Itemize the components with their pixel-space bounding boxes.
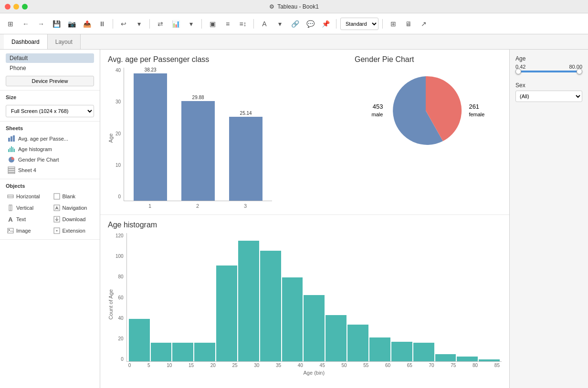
forward-button[interactable]: → [34, 17, 48, 31]
app-icon: ⚙ [269, 3, 274, 10]
object-text[interactable]: A Text [6, 214, 48, 224]
object-extension[interactable]: Extension [52, 226, 94, 235]
hist-y-label-container: Count of Age [108, 233, 114, 376]
filter-button[interactable]: ≡↕ [236, 17, 250, 31]
extract-button[interactable]: 📤 [80, 17, 94, 31]
hbar-65 [413, 343, 434, 361]
object-download[interactable]: Download [52, 214, 94, 224]
hbar-70 [435, 354, 456, 361]
undo-button[interactable]: ↩ [117, 17, 130, 31]
svg-rect-15 [54, 194, 60, 199]
hbar-50 [347, 325, 368, 361]
sheet-item-4[interactable]: Sheet 4 [6, 165, 94, 175]
tab-layout[interactable]: Layout [48, 34, 81, 49]
view-button[interactable]: ≡ [221, 17, 234, 31]
size-dropdown[interactable]: Full Screen (1024 x 768) [6, 105, 94, 117]
bar-chart-body: 38.23 29.88 25.14 [124, 68, 272, 209]
color-button[interactable]: A [258, 17, 271, 31]
objects-title: Objects [6, 183, 94, 189]
pause-button[interactable]: ⏸ [95, 17, 109, 31]
swap-button[interactable]: ⇄ [154, 17, 167, 31]
hbar-20 [216, 265, 237, 361]
hbar-45 [326, 315, 346, 361]
object-horizontal[interactable]: Horizontal [6, 192, 48, 201]
object-navigation[interactable]: Navigation [52, 203, 94, 213]
svg-rect-5 [11, 146, 12, 152]
separator-5 [336, 19, 336, 29]
histogram-section: Age histogram Count of Age 0 20 40 60 80… [100, 215, 509, 381]
svg-rect-4 [10, 148, 10, 152]
dashboard-size-button[interactable]: ⊞ [387, 17, 400, 31]
y-axis-label: Age [108, 133, 114, 143]
device-list: Default Phone [6, 53, 94, 73]
vertical-icon [7, 204, 14, 212]
hbar-0 [129, 319, 150, 361]
hbar-5 [151, 343, 172, 361]
standard-dropdown[interactable]: Standard [340, 18, 378, 30]
navigation-icon [53, 204, 61, 212]
slider-thumb-left[interactable] [515, 69, 521, 74]
x-label-3: 3 [229, 203, 262, 209]
minimize-button[interactable] [13, 4, 19, 10]
capture-button[interactable]: 📷 [65, 17, 78, 31]
sheet-label: Avg. age per Passe... [18, 136, 68, 142]
present-button[interactable]: 🖥 [402, 17, 415, 31]
title-text: Tableau - Book1 [277, 3, 319, 10]
sex-dropdown[interactable]: (All) male female [515, 91, 582, 102]
svg-rect-6 [12, 147, 13, 152]
pin-button[interactable]: 📌 [319, 17, 332, 31]
sheet-label-2: Age histogram [18, 146, 52, 152]
object-image[interactable]: Image [6, 226, 48, 235]
color-dropdown[interactable]: ▾ [273, 17, 286, 31]
pie-chart-title: Gender Pie Chart [355, 55, 502, 64]
hbar-80 [479, 359, 500, 361]
histogram-wrapper: Count of Age 0 20 40 60 80 100 120 [108, 233, 502, 376]
home-button[interactable]: ⊞ [4, 17, 17, 31]
object-blank[interactable]: Blank [52, 192, 94, 201]
sheet-label-4: Sheet 4 [18, 167, 36, 173]
hist-body: 0 5 10 15 20 25 30 35 40 45 50 55 60 65 [126, 233, 502, 376]
share-button[interactable]: ↗ [417, 17, 430, 31]
chart-type-dropdown[interactable]: ▾ [184, 17, 198, 31]
sheet-item-histogram[interactable]: Age histogram [6, 144, 94, 154]
hist-y-label: Count of Age [108, 289, 114, 320]
maximize-button[interactable] [22, 4, 28, 10]
tab-dashboard[interactable]: Dashboard [4, 34, 48, 49]
device-preview-button[interactable]: Device Preview [6, 76, 94, 86]
hist-x-label: Age (bin) [126, 370, 502, 376]
select-button[interactable]: ▣ [206, 17, 219, 31]
slider-thumb-right[interactable] [577, 69, 582, 74]
blank-icon [53, 193, 61, 200]
save-button[interactable]: 💾 [50, 17, 63, 31]
age-slider[interactable] [515, 71, 582, 76]
image-icon [7, 227, 14, 235]
object-vertical[interactable]: Vertical [6, 203, 48, 213]
hbar-15 [194, 343, 215, 361]
objects-grid: Horizontal Blank Vertical [6, 192, 94, 235]
undo-dropdown[interactable]: ▾ [132, 17, 146, 31]
tabbar: Dashboard Layout [0, 34, 588, 50]
device-default[interactable]: Default [6, 53, 94, 63]
bar-value-1: 38.23 [145, 67, 157, 72]
tooltip-button[interactable]: 💬 [304, 17, 317, 31]
y-axis-label-container: Age [108, 68, 114, 209]
chart-type-button[interactable]: 📊 [169, 17, 182, 31]
sheet-item-pie[interactable]: Gender Pie Chart [6, 155, 94, 164]
bar-chart-icon [8, 135, 15, 143]
device-phone[interactable]: Phone [6, 63, 94, 73]
sheet-item-bar[interactable]: Avg. age per Passe... [6, 134, 94, 143]
close-button[interactable] [5, 4, 10, 10]
male-count: 453 [372, 102, 383, 111]
main-area: Default Phone Device Preview Size Full S… [0, 50, 588, 388]
hbar-75 [457, 357, 478, 361]
svg-marker-19 [55, 206, 59, 210]
size-section: Size Full Screen (1024 x 768) [0, 91, 100, 122]
back-button[interactable]: ← [19, 17, 32, 31]
window-title: ⚙ Tableau - Book1 [269, 3, 319, 10]
sheet-label-3: Gender Pie Chart [18, 157, 59, 163]
svg-rect-12 [8, 173, 15, 174]
separator-2 [149, 19, 150, 29]
hbar-60 [391, 342, 412, 361]
link-button[interactable]: 🔗 [288, 17, 302, 31]
toolbar: ⊞ ← → 💾 📷 📤 ⏸ ↩ ▾ ⇄ 📊 ▾ ▣ ≡ ≡↕ A ▾ 🔗 💬 📌… [0, 13, 588, 34]
